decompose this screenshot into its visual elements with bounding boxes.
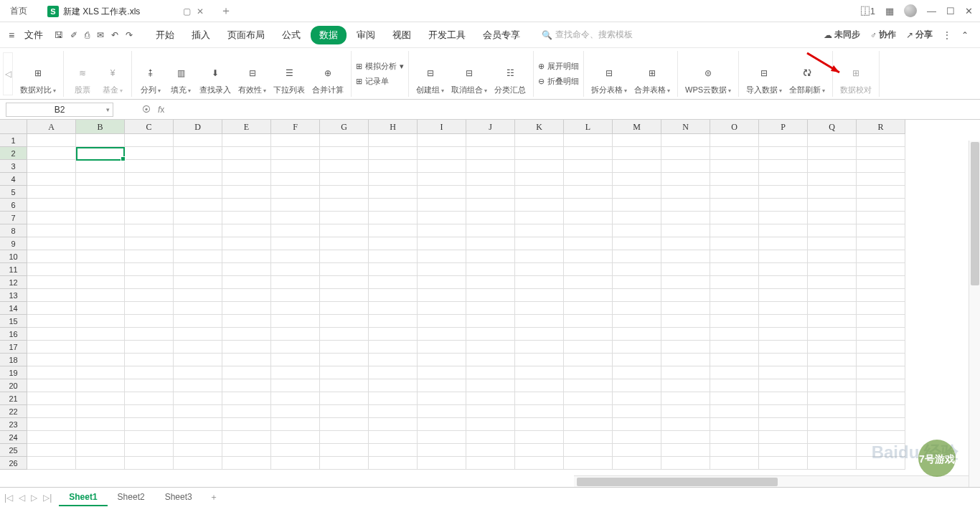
cell-R21[interactable] [857, 392, 905, 405]
cell-C1[interactable] [125, 134, 174, 147]
cell-K13[interactable] [515, 289, 564, 302]
row-header-3[interactable]: 3 [0, 160, 27, 173]
cell-R24[interactable] [857, 431, 905, 444]
cell-Q2[interactable] [808, 147, 857, 160]
cell-A24[interactable] [27, 431, 76, 444]
cell-E22[interactable] [222, 405, 271, 418]
cell-O7[interactable] [710, 212, 759, 224]
cell-N22[interactable] [661, 405, 710, 418]
cell-E25[interactable] [222, 444, 271, 457]
cell-J10[interactable] [466, 250, 515, 263]
cell-I7[interactable] [418, 212, 466, 224]
cell-B1[interactable] [76, 134, 125, 147]
cell-M18[interactable] [613, 354, 661, 366]
split-column-button[interactable]: ⭻分列 [136, 63, 165, 97]
cell-L23[interactable] [564, 418, 613, 431]
cell-D18[interactable] [174, 354, 222, 366]
zoom-icon[interactable]: ⦿ [142, 105, 151, 115]
cell-P9[interactable] [759, 237, 808, 250]
cell-R5[interactable] [857, 186, 905, 199]
cell-O15[interactable] [710, 315, 759, 328]
sheet-tab-Sheet2[interactable]: Sheet2 [108, 489, 155, 506]
cell-O10[interactable] [710, 250, 759, 263]
cell-Q12[interactable] [808, 276, 857, 289]
cell-I24[interactable] [418, 431, 466, 444]
cell-N12[interactable] [661, 276, 710, 289]
cell-J1[interactable] [466, 134, 515, 147]
cell-H4[interactable] [369, 173, 418, 186]
cell-K3[interactable] [515, 160, 564, 173]
cell-O19[interactable] [710, 366, 759, 379]
cell-A6[interactable] [27, 199, 76, 212]
cell-O11[interactable] [710, 263, 759, 276]
cell-L16[interactable] [564, 328, 613, 341]
cell-O5[interactable] [710, 186, 759, 199]
cell-H3[interactable] [369, 160, 418, 173]
cell-Q7[interactable] [808, 212, 857, 224]
cell-B16[interactable] [76, 328, 125, 341]
tab-popout-icon[interactable]: ▢ [183, 6, 191, 16]
cell-A3[interactable] [27, 160, 76, 173]
cell-D13[interactable] [174, 289, 222, 302]
collapse-ribbon-icon[interactable]: ⌃ [961, 30, 969, 40]
cell-E1[interactable] [222, 134, 271, 147]
cell-C20[interactable] [125, 379, 174, 392]
cell-B11[interactable] [76, 263, 125, 276]
cell-J9[interactable] [466, 237, 515, 250]
cell-P1[interactable] [759, 134, 808, 147]
cell-A13[interactable] [27, 289, 76, 302]
cell-N4[interactable] [661, 173, 710, 186]
col-header-J[interactable]: J [466, 120, 515, 134]
cell-L12[interactable] [564, 276, 613, 289]
cell-A10[interactable] [27, 250, 76, 263]
cell-J23[interactable] [466, 418, 515, 431]
cell-M10[interactable] [613, 250, 661, 263]
cell-O1[interactable] [710, 134, 759, 147]
cell-J16[interactable] [466, 328, 515, 341]
cell-F19[interactable] [271, 366, 320, 379]
cell-R11[interactable] [857, 263, 905, 276]
cell-E3[interactable] [222, 160, 271, 173]
cell-R1[interactable] [857, 134, 905, 147]
ribbon-scroll-left[interactable]: ◁ [3, 52, 13, 95]
col-header-I[interactable]: I [418, 120, 466, 134]
cell-D8[interactable] [174, 224, 222, 237]
cell-Q26[interactable] [808, 457, 857, 470]
cell-K21[interactable] [515, 392, 564, 405]
cell-I18[interactable] [418, 354, 466, 366]
cell-E16[interactable] [222, 328, 271, 341]
stock-button[interactable]: ≋股票 [68, 63, 97, 97]
cell-K4[interactable] [515, 173, 564, 186]
cell-M17[interactable] [613, 341, 661, 354]
cell-G3[interactable] [320, 160, 369, 173]
cell-I17[interactable] [418, 341, 466, 354]
cell-N26[interactable] [661, 457, 710, 470]
cell-K8[interactable] [515, 224, 564, 237]
cell-F22[interactable] [271, 405, 320, 418]
cell-J12[interactable] [466, 276, 515, 289]
sheet-tab-Sheet3[interactable]: Sheet3 [155, 489, 202, 506]
cell-C5[interactable] [125, 186, 174, 199]
cell-O24[interactable] [710, 431, 759, 444]
sheet-nav-first[interactable]: |◁ [4, 493, 13, 503]
cell-F5[interactable] [271, 186, 320, 199]
cell-G15[interactable] [320, 315, 369, 328]
cell-F7[interactable] [271, 212, 320, 224]
cell-Q17[interactable] [808, 341, 857, 354]
cell-E8[interactable] [222, 224, 271, 237]
fill-button[interactable]: ▥填充 [166, 63, 195, 97]
cell-G6[interactable] [320, 199, 369, 212]
cell-M6[interactable] [613, 199, 661, 212]
cell-J11[interactable] [466, 263, 515, 276]
cell-I9[interactable] [418, 237, 466, 250]
cell-G4[interactable] [320, 173, 369, 186]
cell-C7[interactable] [125, 212, 174, 224]
formula-input[interactable] [169, 103, 980, 117]
cell-A17[interactable] [27, 341, 76, 354]
cell-J5[interactable] [466, 186, 515, 199]
cell-L14[interactable] [564, 302, 613, 315]
cell-G13[interactable] [320, 289, 369, 302]
ungroup-button[interactable]: ⊟取消组合 [448, 63, 490, 97]
cell-L11[interactable] [564, 263, 613, 276]
cell-H21[interactable] [369, 392, 418, 405]
